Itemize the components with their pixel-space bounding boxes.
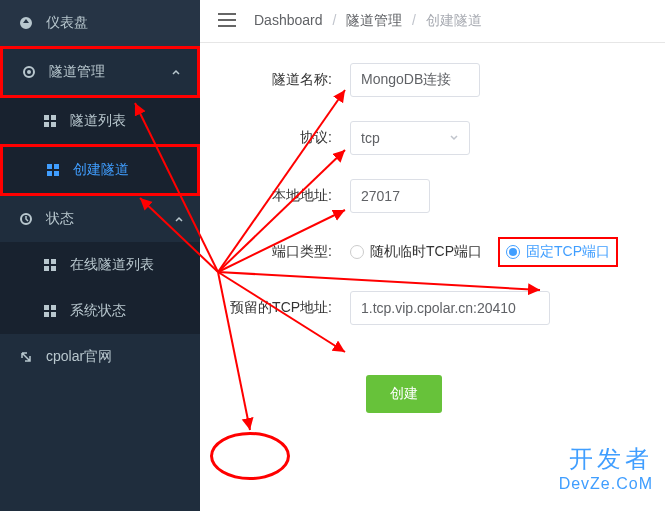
label-tunnel-name: 隧道名称:: [200, 71, 350, 89]
sidebar-item-online-tunnels[interactable]: 在线隧道列表: [0, 242, 200, 288]
grid-icon: [42, 303, 58, 319]
svg-rect-6: [47, 164, 52, 169]
chevron-up-icon: [174, 211, 184, 227]
grid-icon: [42, 113, 58, 129]
svg-rect-13: [44, 266, 49, 271]
sidebar-item-create-tunnel[interactable]: 创建隧道: [0, 144, 200, 196]
sidebar-item-label: 状态: [46, 210, 74, 228]
svg-rect-8: [47, 171, 52, 176]
dashboard-icon: [18, 15, 34, 31]
tunnel-name-input[interactable]: [350, 63, 480, 97]
svg-rect-17: [44, 312, 49, 317]
svg-point-1: [27, 70, 31, 74]
watermark: 开发者 DevZe.CoM: [559, 443, 653, 493]
sidebar-item-label: 隧道管理: [49, 63, 105, 81]
protocol-select[interactable]: tcp: [350, 121, 470, 155]
svg-rect-12: [51, 259, 56, 264]
radio-label: 随机临时TCP端口: [370, 243, 482, 261]
breadcrumb-item[interactable]: 隧道管理: [346, 12, 402, 28]
svg-rect-15: [44, 305, 49, 310]
radio-label: 固定TCP端口: [526, 243, 610, 261]
svg-rect-18: [51, 312, 56, 317]
local-address-input[interactable]: [350, 179, 430, 213]
status-icon: [18, 211, 34, 227]
radio-random-port[interactable]: 随机临时TCP端口: [350, 243, 482, 261]
breadcrumb: Dashboard / 隧道管理 / 创建隧道: [254, 12, 482, 30]
grid-icon: [42, 257, 58, 273]
sidebar-item-tunnel-list[interactable]: 隧道列表: [0, 98, 200, 144]
sidebar-item-cpolar-site[interactable]: cpolar官网: [0, 334, 200, 380]
svg-rect-11: [44, 259, 49, 264]
sidebar-item-label: 隧道列表: [70, 112, 126, 130]
label-reserved-tcp: 预留的TCP地址:: [200, 299, 350, 317]
sidebar-item-label: 仪表盘: [46, 14, 88, 32]
sidebar: 仪表盘 隧道管理 隧道列表 创建隧道 状态 在线隧道列表 系统状态: [0, 0, 200, 511]
svg-rect-5: [51, 122, 56, 127]
svg-rect-3: [51, 115, 56, 120]
sidebar-item-label: 系统状态: [70, 302, 126, 320]
radio-icon: [506, 245, 520, 259]
watermark-line2: DevZe.CoM: [559, 475, 653, 493]
topbar: Dashboard / 隧道管理 / 创建隧道: [200, 0, 665, 43]
hamburger-icon[interactable]: [218, 13, 236, 30]
svg-rect-9: [54, 171, 59, 176]
sidebar-item-system-status[interactable]: 系统状态: [0, 288, 200, 334]
label-port-type: 端口类型:: [200, 243, 350, 261]
sidebar-item-label: 在线隧道列表: [70, 256, 154, 274]
sidebar-item-dashboard[interactable]: 仪表盘: [0, 0, 200, 46]
radio-fixed-port[interactable]: 固定TCP端口: [498, 237, 618, 267]
chevron-up-icon: [171, 64, 181, 80]
svg-rect-2: [44, 115, 49, 120]
sidebar-item-tunnel-mgmt[interactable]: 隧道管理: [0, 46, 200, 98]
breadcrumb-item[interactable]: Dashboard: [254, 12, 323, 28]
protocol-value: tcp: [361, 130, 380, 146]
sidebar-item-label: 创建隧道: [73, 161, 129, 179]
create-button[interactable]: 创建: [366, 375, 442, 413]
settings-icon: [21, 64, 37, 80]
breadcrumb-item: 创建隧道: [426, 12, 482, 28]
chevron-down-icon: [449, 130, 459, 146]
external-link-icon: [18, 349, 34, 365]
separator: /: [412, 12, 416, 28]
sidebar-item-label: cpolar官网: [46, 348, 112, 366]
sidebar-item-status[interactable]: 状态: [0, 196, 200, 242]
grid-icon: [45, 162, 61, 178]
svg-rect-4: [44, 122, 49, 127]
reserved-tcp-input[interactable]: [350, 291, 550, 325]
label-protocol: 协议:: [200, 129, 350, 147]
watermark-line1: 开发者: [559, 443, 653, 475]
label-local-address: 本地地址:: [200, 187, 350, 205]
radio-icon: [350, 245, 364, 259]
svg-rect-16: [51, 305, 56, 310]
main-content: Dashboard / 隧道管理 / 创建隧道 隧道名称: 协议: tcp: [200, 0, 665, 511]
create-tunnel-form: 隧道名称: 协议: tcp 本地地址:: [200, 43, 665, 457]
svg-rect-7: [54, 164, 59, 169]
svg-rect-14: [51, 266, 56, 271]
separator: /: [332, 12, 336, 28]
